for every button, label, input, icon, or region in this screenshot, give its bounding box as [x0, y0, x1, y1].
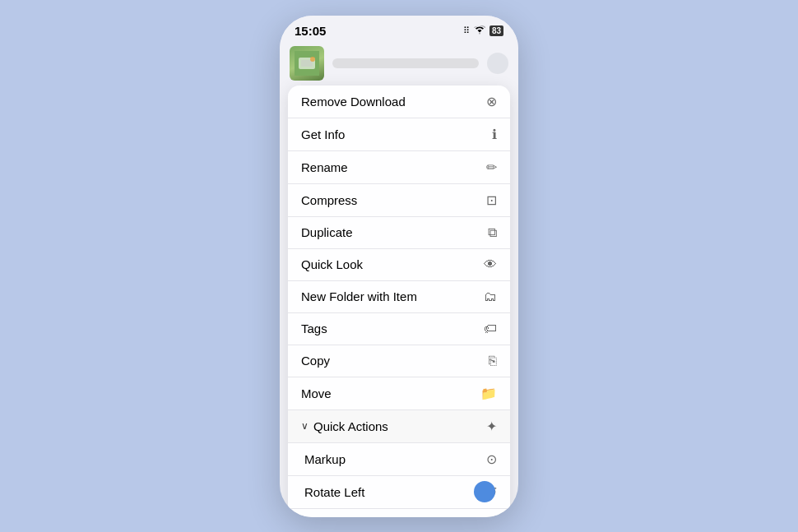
svg-point-3 — [310, 57, 315, 62]
phone-frame: 15:05 ⠿ 83 — [280, 16, 518, 517]
menu-item-remove-download[interactable]: Remove Download ⊗ — [288, 86, 510, 118]
menu-item-move[interactable]: Move 📁 — [288, 377, 510, 410]
menu-item-copy[interactable]: Copy ⎘ — [288, 345, 510, 377]
section-header-left: ∨ Quick Actions — [301, 419, 388, 433]
rename-icon: ✏ — [486, 160, 497, 175]
context-menu: Remove Download ⊗ Get Info ℹ Rename ✏ Co… — [288, 86, 510, 517]
bottom-dot-button[interactable] — [474, 481, 495, 502]
status-time: 15:05 — [295, 24, 326, 38]
menu-item-rename[interactable]: Rename ✏ — [288, 151, 510, 184]
tags-icon: 🏷 — [484, 322, 497, 336]
compress-icon: ⊡ — [486, 192, 497, 208]
signal-icon: ⠿ — [463, 25, 470, 36]
thumbnail-image — [290, 46, 324, 81]
file-name — [332, 58, 479, 68]
remove-download-icon: ⊗ — [486, 94, 497, 109]
get-info-icon: ℹ — [492, 127, 497, 142]
copy-icon: ⎘ — [489, 354, 497, 368]
file-header — [280, 41, 518, 86]
new-folder-icon: 🗂 — [484, 289, 497, 304]
quick-look-icon: 👁 — [484, 257, 497, 272]
context-menu-wrapper: Remove Download ⊗ Get Info ℹ Rename ✏ Co… — [280, 86, 518, 517]
menu-item-quick-look[interactable]: Quick Look 👁 — [288, 249, 510, 281]
section-label: Quick Actions — [313, 419, 388, 433]
status-bar: 15:05 ⠿ 83 — [280, 16, 518, 41]
menu-item-rotate-right[interactable]: Rotate Right ↻ — [288, 509, 510, 517]
menu-item-compress[interactable]: Compress ⊡ — [288, 184, 510, 217]
markup-icon: ⊙ — [486, 451, 497, 467]
wifi-icon — [474, 25, 485, 36]
quick-actions-icon: ✦ — [486, 419, 497, 434]
menu-item-get-info[interactable]: Get Info ℹ — [288, 118, 510, 151]
section-chevron: ∨ — [301, 420, 309, 432]
quick-actions-header[interactable]: ∨ Quick Actions ✦ — [288, 410, 510, 443]
svg-rect-2 — [301, 60, 313, 67]
more-button[interactable] — [487, 53, 508, 74]
duplicate-icon: ⧉ — [488, 225, 497, 240]
menu-item-new-folder[interactable]: New Folder with Item 🗂 — [288, 281, 510, 313]
status-icons: ⠿ 83 — [463, 25, 503, 36]
move-icon: 📁 — [480, 386, 497, 401]
menu-item-markup[interactable]: Markup ⊙ — [288, 443, 510, 476]
battery-icon: 83 — [489, 25, 503, 36]
menu-item-tags[interactable]: Tags 🏷 — [288, 313, 510, 345]
menu-item-duplicate[interactable]: Duplicate ⧉ — [288, 217, 510, 249]
file-thumbnail — [290, 46, 324, 81]
